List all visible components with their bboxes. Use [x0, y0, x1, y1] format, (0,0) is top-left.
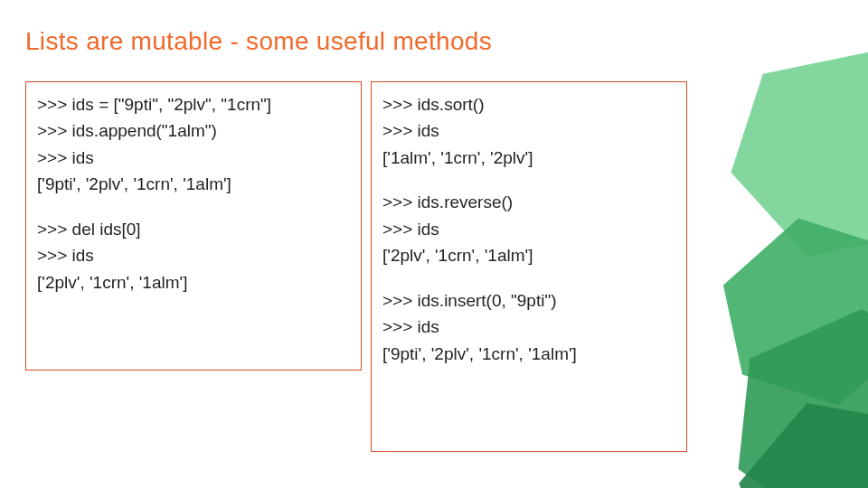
code-line: >>> ids — [382, 216, 675, 242]
code-block-append: >>> ids = ["9pti", "2plv", "1crn"] >>> i… — [37, 91, 350, 198]
code-line: >>> ids — [37, 242, 350, 268]
code-line: >>> ids — [382, 117, 675, 144]
svg-marker-3 — [722, 372, 868, 488]
code-block-insert: >>> ids.insert(0, "9pti") >>> ids ['9pti… — [382, 287, 675, 367]
code-line: >>> ids.reverse() — [382, 189, 675, 215]
code-line: >>> del ids[0] — [37, 216, 350, 242]
code-line: >>> ids.insert(0, "9pti") — [382, 287, 675, 314]
code-line: ['1alm', '1crn', '2plv'] — [382, 145, 675, 171]
code-line: >>> ids.sort() — [382, 91, 675, 117]
svg-marker-2 — [732, 298, 868, 488]
polygon-icon — [711, 286, 868, 488]
polygon-icon — [702, 358, 868, 488]
code-line: >>> ids.append("1alm") — [37, 117, 350, 144]
code-box-left: >>> ids = ["9pti", "2plv", "1crn"] >>> i… — [25, 81, 362, 371]
code-line: >>> ids = ["9pti", "2plv", "1crn"] — [37, 91, 350, 117]
code-line: ['9pti', '2plv', '1crn', '1alm'] — [382, 341, 675, 367]
code-block-del: >>> del ids[0] >>> ids ['2plv', '1crn', … — [37, 216, 350, 296]
svg-marker-1 — [713, 200, 868, 423]
code-line: ['9pti', '2plv', '1crn', '1alm'] — [37, 171, 350, 197]
slide-title: Lists are mutable - some useful methods — [25, 27, 492, 56]
code-block-reverse: >>> ids.reverse() >>> ids ['2plv', '1crn… — [382, 189, 675, 268]
code-box-right: >>> ids.sort() >>> ids ['1alm', '1crn', … — [371, 81, 687, 452]
code-line: ['2plv', '1crn', '1alm'] — [37, 269, 350, 296]
polygon-icon — [695, 189, 868, 436]
code-block-sort: >>> ids.sort() >>> ids ['1alm', '1crn', … — [382, 91, 675, 171]
code-line: >>> ids — [382, 314, 675, 340]
polygon-icon — [693, 5, 868, 302]
code-line: >>> ids — [37, 145, 350, 171]
svg-marker-0 — [713, 21, 868, 287]
code-line: ['2plv', '1crn', '1alm'] — [382, 242, 675, 268]
slide: Lists are mutable - some useful methods … — [0, 0, 868, 488]
